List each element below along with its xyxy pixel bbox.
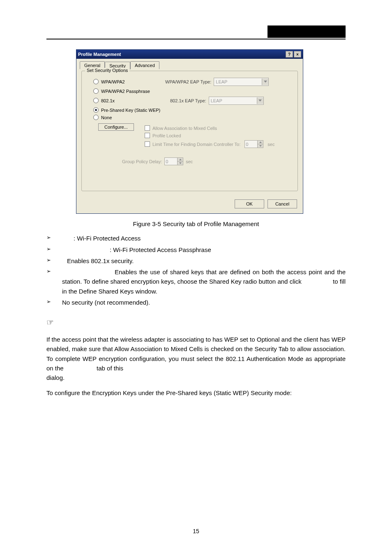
close-button[interactable]: × [294, 51, 301, 58]
configure-button[interactable]: Configure... [98, 123, 134, 131]
radio-psk-label: Pre-Shared Key (Static WEP) [101, 108, 160, 113]
gpd-value: 0 [164, 157, 178, 165]
bullet-4a: Enables the use of shared keys that are … [62, 268, 346, 285]
8021x-eap-value: LEAP [211, 98, 222, 103]
bullet-arrow-icon: ➢ [46, 245, 51, 254]
note-text-c: dialog. [46, 374, 65, 381]
gpd-label: Group Policy Delay: [122, 159, 162, 164]
gpd-unit: sec [186, 159, 193, 164]
limit-spinner[interactable]: 0 [244, 140, 263, 148]
radio-none-label: None [101, 115, 112, 120]
chevron-down-icon [257, 97, 263, 104]
note-hand-icon: ☞ [46, 316, 346, 329]
bullet-3: Enables 802.1x security. [67, 256, 346, 266]
figure-caption: Figure 3-5 Security tab of Profile Manag… [46, 219, 346, 229]
8021x-eap-label: 802.1x EAP Type: [170, 98, 206, 103]
radio-wpa-label: WPA/WPA2 [101, 79, 125, 84]
dialog-title: Profile Management [78, 52, 121, 57]
radio-psk[interactable] [93, 107, 99, 113]
wpa-eap-select[interactable]: LEAP [214, 78, 269, 86]
bullet-arrow-icon: ➢ [46, 298, 51, 307]
radio-8021x-label: 802.1x [101, 98, 115, 103]
checkbox-limit-time[interactable] [145, 141, 150, 147]
limit-unit: sec [267, 142, 274, 147]
bullet-arrow-icon: ➢ [46, 256, 51, 266]
tab-advanced[interactable]: Advanced [130, 61, 159, 69]
bullet-arrow-icon: ➢ [46, 234, 51, 243]
header-black-band [267, 25, 346, 38]
radio-wpa[interactable] [93, 79, 99, 84]
spinner-up-icon [179, 159, 182, 160]
help-button[interactable]: ? [286, 51, 293, 58]
checkbox-mixed-label: Allow Association to Mixed Cells [152, 126, 217, 131]
bullet-1: : Wi-Fi Protected Access [74, 234, 346, 243]
radio-wpa-passphrase[interactable] [93, 88, 99, 94]
dialog-titlebar: Profile Management ? × [76, 50, 303, 59]
bullet-arrow-icon: ➢ [46, 267, 51, 296]
checkbox-limit-label: Limit Time for Finding Domain Controller… [152, 142, 240, 147]
note-paragraph: If the access point that the wireless ad… [46, 335, 346, 382]
document-body: Figure 3-5 Security tab of Profile Manag… [46, 219, 346, 398]
checkbox-mixed-cells[interactable] [145, 125, 150, 131]
radio-8021x[interactable] [93, 98, 99, 103]
cancel-button[interactable]: Cancel [267, 199, 297, 208]
wpa-eap-value: LEAP [216, 79, 227, 84]
profile-management-dialog: Profile Management ? × General Security … [76, 49, 303, 214]
spinner-up-icon [259, 141, 262, 143]
wpa-eap-label: WPA/WPA2 EAP Type: [165, 79, 211, 84]
limit-value: 0 [244, 140, 258, 148]
chevron-down-icon [262, 79, 268, 85]
radio-none[interactable] [93, 115, 99, 120]
bullet-4: Enables the use of shared keys that are … [62, 267, 346, 296]
page-number: 15 [0, 528, 392, 534]
bullet-2: : Wi-Fi Protected Access Passphrase [110, 245, 346, 254]
spinner-down-icon [179, 162, 182, 164]
security-options-group: Set Security Options WPA/WPA2 WPA/WPA2 E… [81, 71, 298, 191]
radio-wpa-pass-label: WPA/WPA2 Passphrase [101, 89, 150, 94]
spinner-down-icon [259, 145, 262, 147]
final-paragraph: To configure the Encryption Keys under t… [46, 388, 346, 398]
group-title: Set Security Options [85, 68, 129, 73]
checkbox-profile-locked[interactable] [145, 133, 150, 138]
note-text-b: tab of this [97, 365, 123, 372]
note-text-a: If the access point that the wireless ad… [46, 336, 346, 372]
gpd-spinner[interactable]: 0 [164, 157, 183, 165]
bullet-5: No security (not recommended). [62, 298, 346, 307]
8021x-eap-select[interactable]: LEAP [209, 97, 264, 105]
checkbox-locked-label: Profile Locked [152, 133, 181, 138]
ok-button[interactable]: OK [235, 199, 264, 208]
header-rule [46, 39, 346, 39]
